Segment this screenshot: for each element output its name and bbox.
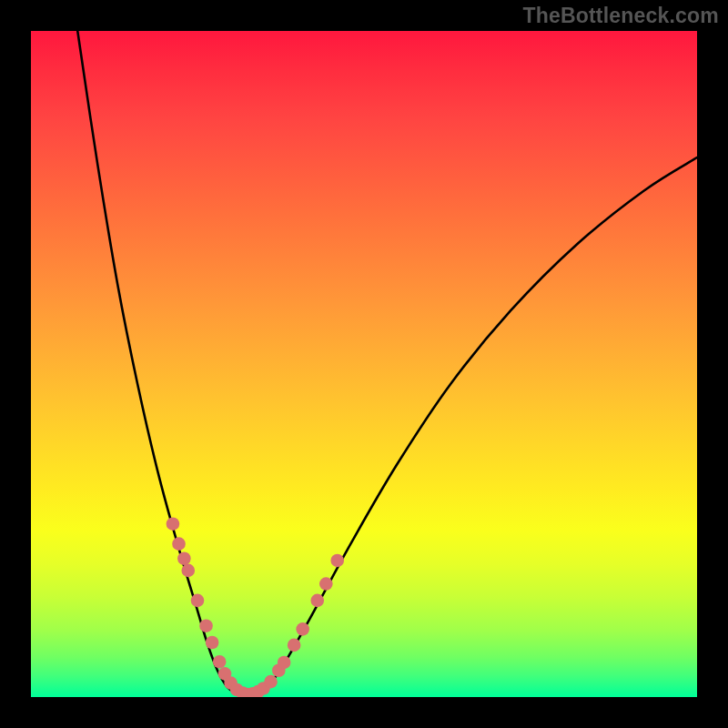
data-dot [288,639,301,652]
curve-lines [77,31,697,695]
data-dot [319,577,333,591]
chart-container: TheBottleneck.com [0,0,728,728]
plot-area [31,31,697,697]
data-dot [167,517,180,531]
data-dot [213,655,227,669]
data-dot [191,594,205,608]
data-dot [330,554,344,568]
bottleneck-curve [77,31,697,695]
data-dot [177,551,191,565]
data-dot [264,675,278,689]
chart-svg [31,31,697,697]
data-dot [296,622,309,636]
data-dot [206,636,219,650]
data-dot [278,656,291,670]
data-dot [199,619,213,632]
watermark-text: TheBottleneck.com [522,4,719,28]
data-dot [310,594,324,608]
data-dot [172,537,186,551]
data-dot [181,564,195,578]
